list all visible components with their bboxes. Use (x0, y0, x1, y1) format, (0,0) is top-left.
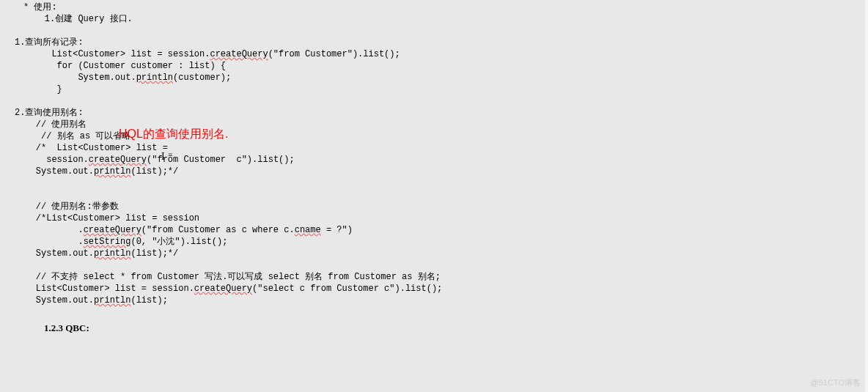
editor-content: * 使用: 1.创建 Query 接口. 1.查询所有记录: List<Cust… (0, 0, 868, 334)
sec1-l1[interactable]: List<Customer> list = session.createQuer… (0, 48, 868, 60)
b2-l1[interactable]: // 使用别名:带参数 (0, 201, 868, 212)
blank2 (0, 95, 868, 107)
blank4 (0, 259, 868, 271)
b2-l5[interactable]: System.out.println(list);*/ (0, 248, 868, 259)
sec2-title: 2.查询使用别名: (0, 107, 868, 119)
section-qbc-heading: 1.2.3 QBC: (0, 322, 868, 334)
watermark: @51CTO博客 (811, 377, 861, 388)
b2-l3[interactable]: .createQuery("from Customer as c where c… (0, 224, 868, 236)
red-annotation: HQL的查询使用别名. (119, 127, 228, 142)
blank3 (0, 177, 868, 189)
b3-l2[interactable]: List<Customer> list = session.createQuer… (0, 283, 868, 295)
sq-createQuery: createQuery (210, 49, 268, 59)
b2-l4[interactable]: .setString(0, "小沈").list(); (0, 236, 868, 248)
sec2-l3[interactable]: /* List<Customer> list = (0, 142, 868, 154)
sq-println: println (136, 73, 173, 83)
blank (0, 25, 868, 37)
scrollbar-track[interactable] (865, 0, 868, 392)
b3-l3[interactable]: System.out.println(list); (0, 295, 868, 306)
sec2-l4[interactable]: session.createQuery("from Customer c").l… (0, 154, 868, 166)
sec1-l4[interactable]: } (0, 84, 868, 95)
usage-star: * 使用: (0, 1, 868, 13)
top-border (0, 0, 868, 2)
sec1-l2[interactable]: for (Customer customer : list) { (0, 60, 868, 72)
cursor-mark-extra: ≡ (168, 150, 172, 159)
usage-sub1: 1.创建 Query 接口. (0, 13, 868, 25)
b3-l1[interactable]: // 不支持 select * from Customer 写法.可以写成 se… (0, 271, 868, 283)
sec1-l3[interactable]: System.out.println(customer); (0, 72, 868, 84)
text-cursor-icon: I (161, 151, 165, 163)
sec1-title: 1.查询所有记录: (0, 37, 868, 48)
sec2-l5[interactable]: System.out.println(list);*/ (0, 166, 868, 177)
b2-l2[interactable]: /*List<Customer> list = session (0, 212, 868, 224)
blank5 (0, 306, 868, 322)
blank3b (0, 189, 868, 201)
